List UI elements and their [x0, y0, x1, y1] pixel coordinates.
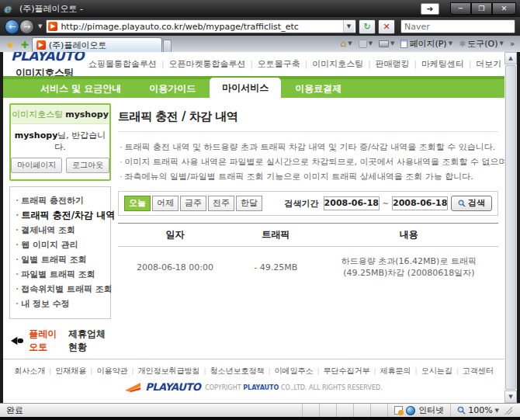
favorites-icon[interactable]: ★	[3, 40, 18, 52]
quick-filter-this-week[interactable]: 금주	[180, 196, 206, 211]
date-from-input[interactable]	[324, 196, 380, 210]
main-navigation: 서비스 및 요금안내 이용가이드 마이서비스 이용료결제	[3, 76, 504, 98]
forward-button[interactable]: →	[19, 19, 34, 34]
scroll-up-icon[interactable]: ▲	[504, 52, 517, 64]
address-dropdown-icon[interactable]: ▼	[343, 20, 354, 33]
top-links: 쇼핑몰통합솔루션| 오픈마켓통합솔루션| 오토몰구축| 이미지호스팅| 판매랭킹…	[84, 58, 504, 70]
quick-filter-yesterday[interactable]: 어제	[152, 196, 179, 211]
bullet-text: 좌측메뉴의 일별/파일별 트래픽 조회 기능으로 이미지 트래픽 상세내역을 조…	[125, 172, 473, 182]
sidebar-item-web-image[interactable]: ·웹 이미지 관리	[16, 238, 105, 252]
history-dropdown-icon[interactable]: ▼	[36, 23, 43, 30]
close-button[interactable]: ✕	[492, 2, 516, 15]
login-box-header: 이미지호스팅myshopy	[11, 105, 109, 124]
footer-link-partnership[interactable]: 제휴문의	[376, 366, 415, 377]
tab-title: (주)플레이오토	[49, 40, 107, 51]
tab-favicon: ▶	[36, 40, 46, 50]
page-title: 트래픽 충전 / 차감 내역	[118, 103, 498, 132]
zoom-dropdown-icon[interactable]: ▼	[495, 408, 499, 414]
footer-link-support[interactable]: 고객센터	[459, 366, 497, 377]
footer-link-nocollect[interactable]: 무단수집거부	[320, 366, 374, 377]
web-page: PLAYAUTO이미지호스팅 쇼핑몰통합솔루션| 오픈마켓통합솔루션| 오토몰구…	[3, 52, 504, 403]
sidebar-item-file-traffic[interactable]: ·파일별 트래픽 조회	[16, 267, 105, 282]
title-bar[interactable]: e (주)플레이오토 - ➔ ─ ❐ ✕	[0, 0, 520, 17]
bullet-text: 트래픽 충전 내역 및 하드용량 초과 트래픽 차감 내역 및 기타 증/삭감 …	[125, 142, 496, 152]
sidebar-menu: ·트래픽 충전하기 ·트래픽 충전/차감 내역 ·결제내역 조회 ·웹 이미지 …	[9, 186, 111, 319]
zone-label: 인터넷	[418, 404, 444, 416]
toolbar-overflow-icon[interactable]: »	[508, 40, 517, 48]
refresh-button[interactable]: ↻	[359, 19, 376, 34]
add-favorite-icon[interactable]: ✚	[18, 40, 32, 52]
footer-link-directions[interactable]: 오시는길	[418, 366, 456, 377]
top-link-salesranking[interactable]: 판매랭킹	[371, 58, 414, 70]
filter-bar: 오늘 어제 금주 전주 한달 검색기간 ~	[118, 191, 498, 216]
resize-grip[interactable]	[504, 407, 512, 415]
page-icon	[400, 40, 407, 48]
zoom-control[interactable]: 100% ▼	[450, 404, 520, 417]
page-footer: 회사소개| 인재채용| 이용약관| 개인정보취급방침| 청소년보호정책| 이메일…	[3, 359, 504, 403]
partner-banner[interactable]: 플레이오토 제휴업체현황	[9, 328, 111, 354]
search-button[interactable]: 검색	[451, 196, 492, 211]
footer-link-privacy[interactable]: 개인정보취급방침	[133, 366, 203, 377]
footer-link-youth[interactable]: 청소년보호정책	[206, 366, 268, 377]
nav-tab-service-pricing[interactable]: 서비스 및 요금안내	[26, 79, 135, 98]
quick-filter-today[interactable]: 오늘	[124, 196, 151, 211]
mypage-button[interactable]: 마이페이지	[11, 158, 62, 173]
footer-logo[interactable]: PLAYAUTO	[145, 382, 200, 393]
top-link-automall[interactable]: 오토몰구축	[253, 58, 305, 70]
browser-tab[interactable]: ▶ (주)플레이오토	[32, 37, 162, 52]
new-tab-stub[interactable]	[163, 40, 172, 52]
nav-tab-myservice[interactable]: 마이서비스	[210, 78, 281, 98]
minimize-button[interactable]: ─	[450, 2, 471, 15]
page-menu-button[interactable]: 페이지(P)▼	[398, 37, 455, 50]
back-button[interactable]: ←	[5, 19, 19, 34]
feeds-button[interactable]: ▼	[356, 39, 375, 49]
zoom-level: 100%	[468, 405, 492, 415]
sidebar-item-location-traffic[interactable]: ·접속위치별 트래픽 조회	[16, 282, 105, 297]
footer-link-email[interactable]: 이메일주소	[271, 366, 317, 377]
scroll-down-icon[interactable]: ▼	[504, 390, 517, 403]
tools-menu-button[interactable]: ✱도구(O)▼	[456, 37, 506, 50]
login-box: 이미지호스팅myshopy myshopy님, 반갑습니다. 마이페이지 로그아…	[9, 103, 111, 181]
sidebar-item-charge-traffic[interactable]: ·트래픽 충전하기	[16, 193, 105, 208]
popout-icon[interactable]: ➔	[421, 3, 439, 15]
logout-button[interactable]: 로그아웃	[66, 158, 109, 173]
sidebar-item-payment-history[interactable]: ·결제내역 조회	[16, 223, 105, 238]
sidebar-item-charge-deduct-history[interactable]: ·트래픽 충전/차감 내역	[16, 208, 105, 223]
scrollbar-thumb[interactable]	[505, 65, 516, 390]
footer-link-terms[interactable]: 이용약관	[92, 366, 131, 377]
vertical-scrollbar[interactable]: ▲ ▼	[504, 52, 517, 403]
copyright-text: COPYRIGHT PLAYAUTO CO.,LTD. ALL RIGHTS R…	[205, 384, 382, 391]
sidebar-item-daily-traffic[interactable]: ·일별 트래픽 조회	[16, 252, 105, 267]
quick-filter-month[interactable]: 한달	[236, 196, 262, 211]
footer-link-careers[interactable]: 인재채용	[51, 366, 90, 377]
stop-button[interactable]: ✕	[378, 19, 395, 34]
maximize-button[interactable]: ❐	[471, 2, 492, 15]
greeting-text: myshopy님, 반갑습니다.	[11, 130, 109, 153]
security-zone[interactable]: 인터넷	[387, 404, 450, 417]
browser-window: e (주)플레이오토 - ➔ ─ ❐ ✕ ← → ▼ ▶ ▼ ↻ ✕ ▼ ★ ✚	[0, 0, 520, 420]
footer-link-company[interactable]: 회사소개	[10, 366, 49, 377]
url-input[interactable]	[61, 22, 340, 32]
date-range-tilde: ~	[383, 200, 389, 208]
top-link-imagehosting[interactable]: 이미지호스팅	[307, 58, 368, 70]
nav-tab-payment[interactable]: 이용료결제	[281, 79, 355, 98]
quick-filter-last-week[interactable]: 전주	[208, 196, 234, 211]
address-field[interactable]: ▶ ▼	[46, 19, 356, 33]
date-to-input[interactable]	[392, 196, 448, 210]
cell-detail: 하드용량 초과(16.42MB)로 트래픽(49.25MB)차감 (200806…	[320, 247, 498, 290]
search-period-label: 검색기간	[285, 198, 319, 210]
home-button[interactable]: ⌂▼	[338, 37, 355, 50]
internet-zone-icon	[406, 406, 415, 415]
top-link-marketing[interactable]: 마케팅센터	[417, 58, 469, 70]
sidebar-item-my-info[interactable]: ·내 정보 수정	[16, 297, 105, 311]
search-input[interactable]	[401, 22, 520, 32]
print-button[interactable]: ▼	[376, 40, 397, 48]
top-link-shoppingmall[interactable]: 쇼핑몰통합솔루션	[84, 58, 161, 70]
top-link-openmarket[interactable]: 오픈마켓통합솔루션	[164, 58, 250, 70]
nav-tab-guide[interactable]: 이용가이드	[135, 79, 210, 98]
search-box[interactable]: ▼	[400, 19, 515, 33]
command-bar: ⌂▼ ▼ ▼ 페이지(P)▼ ✱도구(O)▼ »	[172, 36, 517, 52]
top-link-more[interactable]: 더보기	[471, 58, 504, 70]
table-header-row: 일자 트래픽 내용	[118, 224, 498, 247]
status-bar: 완료 인터넷 100% ▼	[0, 403, 520, 417]
